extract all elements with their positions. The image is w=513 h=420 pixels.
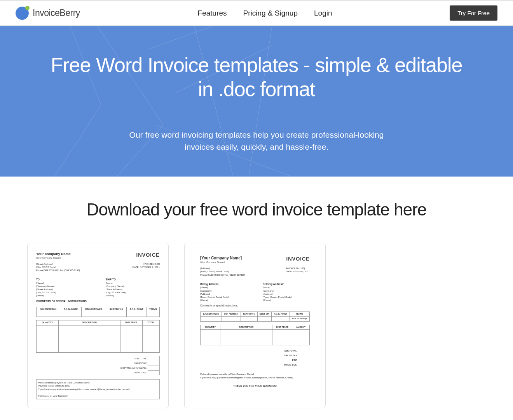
try-free-button[interactable]: Try For Free xyxy=(450,5,497,21)
template-preview-1: Your company Name [Your Company Slogan] … xyxy=(36,252,160,399)
t1-ship-company: [Company Name] xyxy=(106,285,160,288)
t2-th-sales: SALESPERSON xyxy=(201,312,222,316)
t2-deliv-town: [Town, County Postal Code] xyxy=(263,296,310,299)
t2-invno: INVOICE No [100] xyxy=(286,267,310,270)
t2-deliv-phone: [Phone] xyxy=(263,299,310,302)
t1-ship-name: [Name] xyxy=(106,282,160,285)
t1-foot3: If you have any questions concerning thi… xyxy=(38,388,158,391)
t1-to-name: [Name] xyxy=(36,282,90,285)
template-preview-2: [Your Company Name] [Your Company Slogan… xyxy=(193,252,317,392)
t1-to-street: [Street Address] xyxy=(36,288,90,291)
t2-th-unit: UNIT PRICE xyxy=(272,325,292,329)
nav-features[interactable]: Features xyxy=(198,9,227,18)
t1-th-req: REQUISITIONER xyxy=(81,307,106,312)
t1-addr2: [City, ST ZIP Code] xyxy=(36,266,80,269)
templates-section: Download your free word invoice template… xyxy=(0,177,513,420)
t1-th-desc: DESCRIPTION xyxy=(59,320,120,325)
t2-deliv-address: [Address] xyxy=(263,292,310,296)
t2-foot1: Make all cheques payable to [Your Compan… xyxy=(200,373,310,376)
t2-th-sentvia: SENT VIA xyxy=(257,312,272,316)
t2-tot-due: TOTAL DUE xyxy=(268,362,298,367)
t2-terms-value: Due on receipt xyxy=(290,317,309,321)
t1-th-fob: F.O.B. POINT xyxy=(127,307,147,312)
hero: Free Word Invoice templates - simple & e… xyxy=(0,26,513,177)
t1-foot1: Make all checks payable to [Your Company… xyxy=(38,381,158,384)
template-card-2[interactable]: [Your Company Name] [Your Company Slogan… xyxy=(184,243,326,408)
t2-tot-sub: SUBTOTAL xyxy=(268,348,298,353)
t1-foot2: Payment is due within 30 days. xyxy=(38,384,158,387)
nav-login[interactable]: Login xyxy=(314,9,332,18)
t1-th-ship: SHIPPED VIA xyxy=(106,307,127,312)
template-card-1[interactable]: Your company Name [Your Company Slogan] … xyxy=(27,243,169,408)
t1-slogan: [Your Company Slogan] xyxy=(36,256,71,259)
t1-totals: SUBTOTAL SALES TAX SHIPPING & HANDLING T… xyxy=(104,356,160,375)
t1-to-company: [Company Name] xyxy=(36,285,90,288)
t2-thankyou: THANK YOU FOR YOUR BUSINESS! xyxy=(200,385,310,388)
t2-items-table: QUANTITY DESCRIPTION UNIT PRICE AMOUNT xyxy=(200,325,310,345)
t2-company: [Your Company Name] xyxy=(200,256,242,261)
t2-totals: SUBTOTAL SALES TAX P&P TOTAL DUE xyxy=(268,348,310,367)
nav-links: Features Pricing & Signup Login xyxy=(198,9,332,18)
t2-th-fob: F.O.B. POINT xyxy=(272,312,290,316)
t1-ship-phone: [Phone] xyxy=(106,294,160,297)
t1-tot-sub: SUBTOTAL xyxy=(104,356,148,361)
logo[interactable]: InvoiceBerry xyxy=(16,7,80,20)
t2-th-po: P.O. NUMBER xyxy=(222,312,241,316)
t2-footer: Make all cheques payable to [Your Compan… xyxy=(200,371,310,381)
t2-bill-address: [Address] xyxy=(200,292,247,296)
t1-to-label: TO: xyxy=(36,278,90,282)
t1-to-city: [City, ST ZIP Code] xyxy=(36,291,90,294)
t1-comments: COMMENTS OR SPECIAL INSTRUCTIONS: xyxy=(36,300,160,303)
templates-grid: Your company Name [Your Company Slogan] … xyxy=(27,243,486,408)
t2-meta-table: SALESPERSON P.O. NUMBER SENT DATE SENT V… xyxy=(200,312,310,322)
t1-to-phone: [Phone] xyxy=(36,294,90,297)
t2-invoice-word: INVOICE xyxy=(286,256,310,262)
t1-foot4: Thank you for your business! xyxy=(38,394,158,397)
t2-tot-pp: P&P xyxy=(268,358,298,362)
nav-pricing[interactable]: Pricing & Signup xyxy=(243,9,298,18)
t1-meta-table: SALESPERSON P.O. NUMBER REQUISITIONER SH… xyxy=(36,307,160,317)
t2-th-amount: AMOUNT xyxy=(292,325,310,329)
t2-date: DATE: 9 October, 2011 xyxy=(286,270,310,273)
t2-th-sentdate: SENT DATE xyxy=(241,312,257,316)
logo-icon xyxy=(16,7,29,20)
logo-text: InvoiceBerry xyxy=(33,8,80,18)
t1-tot-due: TOTAL DUE xyxy=(104,370,148,375)
t1-th-po: P.O. NUMBER xyxy=(60,307,81,312)
t2-th-terms: TERMS xyxy=(290,312,309,316)
t2-bill-phone: [Phone] xyxy=(200,299,247,302)
t2-bill-town: [Town, County Postal Code] xyxy=(200,296,247,299)
t2-deliv-label: Delivery Address: xyxy=(263,283,310,286)
t1-items-table: QUANTITY DESCRIPTION UNIT PRICE TOTAL xyxy=(36,320,160,352)
t2-phonefax: Phone [01234 567890] Fax [01234 567890] xyxy=(200,273,245,276)
t2-th-qty: QUANTITY xyxy=(201,325,220,329)
t1-ship-city: [City, ST ZIP Code] xyxy=(106,291,160,294)
t1-th-sales: SALESPERSON xyxy=(37,307,60,312)
t1-company: Your company Name xyxy=(36,252,71,256)
t1-tot-ship: SHIPPING & HANDLING xyxy=(104,366,148,370)
t1-th-unit: UNIT PRICE xyxy=(120,320,142,325)
t1-th-total: TOTAL xyxy=(142,320,159,325)
t2-town: [Town, County Postal Code] xyxy=(200,270,245,273)
t2-tot-tax: SALES TAX xyxy=(268,353,298,358)
t2-bill-label: Billing Address: xyxy=(200,283,247,286)
t1-footer: Make all checks payable to [Your Company… xyxy=(36,379,160,399)
hero-title: Free Word Invoice templates - simple & e… xyxy=(43,53,470,102)
t1-invoice-word: INVOICE xyxy=(136,252,160,259)
t2-bill-company: [Company] xyxy=(200,289,247,292)
t1-ship-label: SHIP TO: xyxy=(106,278,160,282)
t1-th-terms: TERMS xyxy=(147,307,159,312)
t1-date: DATE: OCTOBER 9, 2011 xyxy=(133,266,160,269)
t2-foot2: If you have any questions concerning thi… xyxy=(200,376,310,379)
t1-invno: INVOICE #[100] xyxy=(133,262,160,266)
t2-addr: [Address] xyxy=(200,267,245,270)
t1-addr1: [Street Address] xyxy=(36,262,80,266)
hero-subtitle: Our free word invoicing templates help y… xyxy=(124,129,389,153)
t1-ship-street: [Street Address] xyxy=(106,288,160,291)
t1-tot-tax: SALES TAX xyxy=(104,361,148,366)
t2-deliv-name: [Name] xyxy=(263,286,310,289)
t1-th-qty: QUANTITY xyxy=(37,320,59,325)
t2-comments: Comments or special instructions: xyxy=(200,304,310,308)
t2-slogan: [Your Company Slogan] xyxy=(200,261,242,264)
t1-phonefax: Phone [509.555.0190] Fax [509.555.0191] xyxy=(36,269,80,272)
